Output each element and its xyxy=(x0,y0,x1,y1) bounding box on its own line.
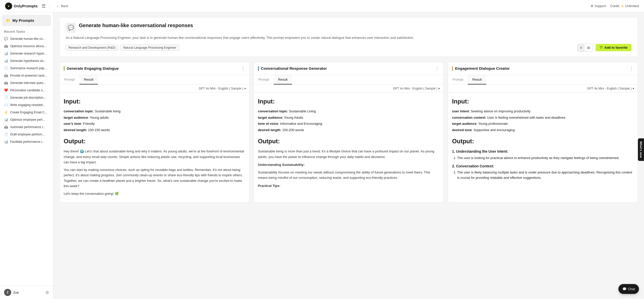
support-button[interactable]: ⚙ Support xyxy=(590,4,606,8)
sidebar-item-label: Draft employee perform... xyxy=(10,133,49,136)
input-heading: Input: xyxy=(64,97,245,106)
column-title: Engagement Dialogue Creator xyxy=(455,66,627,71)
tab-result[interactable]: Result xyxy=(79,75,98,84)
sidebar-item-label: Personalize candidate o... xyxy=(10,89,49,92)
sidebar-item[interactable]: 🤖Optimize resource alloca... xyxy=(0,42,53,50)
main-content: 💬 Generate human-like conversational res… xyxy=(53,12,644,299)
sidebar-item[interactable]: 🤖Provide AI-powered cand... xyxy=(0,72,53,79)
user-name: Zoe xyxy=(13,291,19,294)
column-tabs: PromptResult xyxy=(254,75,444,85)
sidebar-item[interactable]: 📄Generate job description... xyxy=(0,94,53,101)
tag: Research and Development (R&D) xyxy=(66,45,118,51)
model-selector[interactable]: GPT 4o Mini - English ( Sample ) ▾ xyxy=(448,85,638,93)
whats-new-tab[interactable]: What's new xyxy=(638,138,644,161)
field-key: conversation topic xyxy=(64,109,93,113)
sidebar-item-icon: ✉️ xyxy=(4,103,8,107)
input-field: user intent: Seeking advice on improving… xyxy=(452,109,634,114)
model-label: GPT 4o Mini - English ( Sample ) xyxy=(199,87,243,90)
sidebar-item[interactable]: 💬Generate human-like co... xyxy=(0,35,53,42)
sidebar-item[interactable]: 📊Generate research hypot... xyxy=(0,50,53,57)
sidebar-item[interactable]: 📊Generate hypotheses an... xyxy=(0,57,53,64)
input-field: target audience: Young professionals xyxy=(452,121,634,127)
output-list: The user is likely balancing multiple ta… xyxy=(452,170,634,181)
sidebar-item-icon: 💬 xyxy=(4,37,8,41)
sidebar-item-label: Provide AI-powered cand... xyxy=(10,74,49,77)
sidebar-item[interactable]: ❤️Personalize candidate o... xyxy=(0,86,53,94)
sidebar-item-icon: 🤖 xyxy=(4,125,8,129)
field-value: Seeking advice on improving productivity xyxy=(471,109,531,113)
output-paragraph: Let's keep the conversation going! 🌿 xyxy=(64,191,245,196)
page-title: Generate human-like conversational respo… xyxy=(79,23,193,28)
field-value: Friendly xyxy=(83,122,95,126)
topnav-left: OnlyPrompts ☰ ← Back xyxy=(5,3,70,10)
column-header: Generate Engaging Dialogue ⋮ xyxy=(60,62,249,75)
sidebar-footer: Z Zoe ⚙ xyxy=(0,286,53,299)
sidebar-item[interactable]: ✉️Write engaging newslett... xyxy=(0,101,53,109)
sidebar-item-icon: 🤖 xyxy=(4,74,8,77)
grid-view-button[interactable]: ⊞ xyxy=(585,44,593,51)
sidebar-item[interactable]: 🤖Automate performance r... xyxy=(0,123,53,131)
sidebar-item-icon: 📄 xyxy=(4,132,8,136)
header-icon: 💬 xyxy=(66,23,76,33)
header-title-row: 💬 Generate human-like conversational res… xyxy=(66,23,632,33)
field-value: Young professionals xyxy=(478,122,508,126)
sidebar-item[interactable]: 📊Facilitate performance r... xyxy=(0,138,53,145)
tab-prompt[interactable]: Prompt xyxy=(448,75,468,84)
field-key: conversation context xyxy=(452,116,485,119)
header-actions: ≡ ⊞ ♡ Add to favorite xyxy=(577,44,632,51)
output-paragraph: Sustainability focuses on meeting our ne… xyxy=(258,170,440,181)
back-label: Back xyxy=(61,4,68,8)
chat-bubble[interactable]: 💬 Chat xyxy=(618,284,639,294)
output-section-title: 1. Understanding the User Intent: xyxy=(452,149,634,154)
settings-icon[interactable]: ⚙ xyxy=(45,290,49,295)
sidebar-items-list: 💬Generate human-like co...🤖Optimize reso… xyxy=(0,35,53,145)
sidebar-item[interactable]: 📄Draft employee perform... xyxy=(0,131,53,138)
sidebar-item[interactable]: 📄Summarize research pap... xyxy=(0,64,53,72)
input-field: desired length: 150-200 words xyxy=(258,128,440,133)
sidebar-item[interactable]: 🤖Generate interview ques... xyxy=(0,79,53,86)
fav-label: Add to favorite xyxy=(604,46,628,49)
field-value: Sustainable Living xyxy=(289,109,316,113)
tab-prompt[interactable]: Prompt xyxy=(60,75,79,84)
hamburger-icon[interactable]: ☰ xyxy=(42,3,46,9)
sidebar-item-label: Create Engaging Email C... xyxy=(10,111,49,114)
column-header: Conversational Response Generator ⋮ xyxy=(254,62,444,75)
sidebar-myprompts[interactable]: 📁 My Prompts xyxy=(2,15,51,26)
chat-label: Chat xyxy=(628,287,635,291)
view-toggle: ≡ ⊞ xyxy=(577,44,593,51)
tab-result[interactable]: Result xyxy=(274,75,292,84)
field-value: Supportive and encouraging xyxy=(474,128,515,132)
logo-text: OnlyPrompts xyxy=(14,4,38,8)
tab-result[interactable]: Result xyxy=(468,75,486,84)
sidebar-item-label: Write engaging newslett... xyxy=(10,103,49,107)
sidebar-item-label: Generate human-like co... xyxy=(10,37,49,41)
field-key: tone of voice xyxy=(258,122,278,126)
field-value: Young adults xyxy=(90,116,109,119)
column-menu-icon[interactable]: ⋮ xyxy=(435,66,439,71)
support-label: Support xyxy=(595,4,606,8)
field-key: desired length xyxy=(258,128,281,132)
column-tabs: PromptResult xyxy=(60,75,249,85)
sidebar-item-label: Summarize research pap... xyxy=(10,66,49,70)
back-button[interactable]: ← Back xyxy=(54,3,70,9)
sidebar-item-icon: 📄 xyxy=(4,66,8,70)
sidebar-item-label: Optimize employee perf... xyxy=(10,118,49,121)
list-view-button[interactable]: ≡ xyxy=(578,44,585,51)
header-description: As a Natural Language Processing Enginee… xyxy=(66,35,632,40)
tab-prompt[interactable]: Prompt xyxy=(254,75,274,84)
divider xyxy=(50,3,50,9)
columns-row: Generate Engaging Dialogue ⋮ PromptResul… xyxy=(59,62,638,203)
add-to-favorite-button[interactable]: ♡ Add to favorite xyxy=(596,44,632,51)
output-section-title: 2. Conversation Context: xyxy=(452,163,634,169)
sidebar-item[interactable]: 📊Optimize employee perf... xyxy=(0,116,53,123)
input-field: target audience: Young adults xyxy=(64,115,245,120)
column-menu-icon[interactable]: ⋮ xyxy=(241,66,245,71)
output-heading: Output: xyxy=(452,136,634,146)
input-field: conversation topic: Sustainable living xyxy=(64,109,245,114)
column-menu-icon[interactable]: ⋮ xyxy=(629,66,634,71)
model-selector[interactable]: GPT 4o Mini - English ( Sample ) ▾ xyxy=(254,85,444,93)
model-selector[interactable]: GPT 4o Mini - English ( Sample ) ▾ xyxy=(60,85,249,93)
sidebar-item[interactable]: ⚡Create Engaging Email C... xyxy=(0,109,53,116)
output-list-item: The user is looking for practical advice… xyxy=(457,155,634,161)
column-title: Conversational Response Generator xyxy=(261,66,433,71)
